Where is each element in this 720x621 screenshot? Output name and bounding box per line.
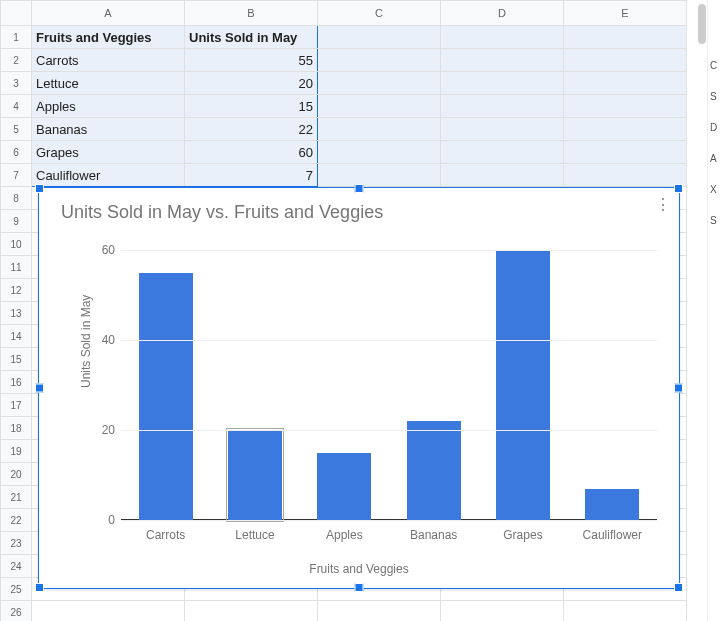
row-header[interactable]: 8 (1, 187, 32, 210)
chart-gridline (121, 340, 657, 341)
cell[interactable]: Cauliflower (32, 164, 185, 187)
row-header[interactable]: 21 (1, 486, 32, 509)
column-header-b[interactable]: B (185, 1, 318, 26)
row-header[interactable]: 17 (1, 394, 32, 417)
row-header[interactable]: 25 (1, 578, 32, 601)
cell[interactable] (441, 26, 564, 49)
resize-handle-nw[interactable] (35, 184, 44, 193)
chart-plot-area: CarrotsLettuceApplesBananasGrapesCaulifl… (121, 250, 657, 520)
cell[interactable] (318, 118, 441, 141)
row-header[interactable]: 11 (1, 256, 32, 279)
cell[interactable] (441, 49, 564, 72)
row-header[interactable]: 22 (1, 509, 32, 532)
resize-handle-sw[interactable] (35, 583, 44, 592)
cell[interactable] (564, 118, 687, 141)
row-header[interactable]: 12 (1, 279, 32, 302)
row-header[interactable]: 19 (1, 440, 32, 463)
cell[interactable] (441, 118, 564, 141)
cell[interactable]: Bananas (32, 118, 185, 141)
chart-bar[interactable] (585, 489, 639, 521)
cell[interactable] (441, 141, 564, 164)
cell[interactable]: 7 (185, 164, 318, 187)
cell[interactable] (318, 72, 441, 95)
cell[interactable] (441, 164, 564, 187)
row-header[interactable]: 26 (1, 601, 32, 622)
chart-bar[interactable] (407, 421, 461, 520)
row-header[interactable]: 16 (1, 371, 32, 394)
column-header-d[interactable]: D (441, 1, 564, 26)
resize-handle-e[interactable] (674, 384, 683, 393)
chart-bar[interactable] (317, 453, 371, 521)
resize-handle-n[interactable] (355, 184, 364, 193)
row-header[interactable]: 20 (1, 463, 32, 486)
cell[interactable] (564, 164, 687, 187)
column-header-a[interactable]: A (32, 1, 185, 26)
cell[interactable] (318, 601, 441, 622)
chart-category-label: Lettuce (215, 528, 295, 542)
cell[interactable]: 22 (185, 118, 318, 141)
row-header[interactable]: 9 (1, 210, 32, 233)
cell[interactable] (318, 164, 441, 187)
cell[interactable] (564, 72, 687, 95)
row-header[interactable]: 4 (1, 95, 32, 118)
cell[interactable]: Carrots (32, 49, 185, 72)
cell[interactable] (441, 95, 564, 118)
chart-category-label: Apples (304, 528, 384, 542)
chart-bar[interactable] (496, 250, 550, 520)
cell[interactable] (564, 95, 687, 118)
resize-handle-s[interactable] (355, 583, 364, 592)
chart-more-menu-icon[interactable]: ⋮ (653, 194, 673, 214)
chart-bar-slot: Lettuce (225, 430, 285, 520)
cell[interactable]: Apples (32, 95, 185, 118)
chart-bar[interactable] (139, 273, 193, 521)
row-header[interactable]: 1 (1, 26, 32, 49)
cell[interactable] (318, 26, 441, 49)
row-header[interactable]: 5 (1, 118, 32, 141)
cell[interactable]: 55 (185, 49, 318, 72)
chart-bar-slot: Grapes (493, 250, 553, 520)
vertical-scrollbar[interactable] (698, 4, 706, 44)
row-header[interactable]: 6 (1, 141, 32, 164)
chart-bar-slot: Carrots (136, 273, 196, 521)
row-header[interactable]: 13 (1, 302, 32, 325)
cell[interactable] (185, 601, 318, 622)
resize-handle-ne[interactable] (674, 184, 683, 193)
cell[interactable] (564, 26, 687, 49)
cell[interactable] (32, 601, 185, 622)
cell[interactable] (441, 601, 564, 622)
resize-handle-se[interactable] (674, 583, 683, 592)
row-header[interactable]: 10 (1, 233, 32, 256)
chart-bar[interactable] (228, 430, 282, 520)
cell[interactable]: 20 (185, 72, 318, 95)
row-header[interactable]: 2 (1, 49, 32, 72)
cell[interactable] (441, 72, 564, 95)
row-header[interactable]: 24 (1, 555, 32, 578)
row-header[interactable]: 18 (1, 417, 32, 440)
cell[interactable] (318, 49, 441, 72)
cell-header-a[interactable]: Fruits and Veggies (32, 26, 185, 49)
row-header[interactable]: 7 (1, 164, 32, 187)
right-sidebar-cropped: CSDAXS (707, 0, 720, 621)
cell[interactable] (564, 141, 687, 164)
corner-cell[interactable] (1, 1, 32, 26)
row-header[interactable]: 15 (1, 348, 32, 371)
chart-gridline (121, 520, 657, 521)
row-header[interactable]: 23 (1, 532, 32, 555)
chart-y-tick: 0 (85, 513, 115, 527)
resize-handle-w[interactable] (35, 384, 44, 393)
embedded-chart[interactable]: ⋮ Units Sold in May vs. Fruits and Veggi… (38, 187, 680, 589)
column-header-e[interactable]: E (564, 1, 687, 26)
cell[interactable]: Grapes (32, 141, 185, 164)
cell[interactable]: 15 (185, 95, 318, 118)
cell[interactable] (564, 601, 687, 622)
row-header[interactable]: 3 (1, 72, 32, 95)
row-header[interactable]: 14 (1, 325, 32, 348)
cell[interactable]: Lettuce (32, 72, 185, 95)
cell[interactable] (318, 95, 441, 118)
cell[interactable] (564, 49, 687, 72)
cell-header-b[interactable]: Units Sold in May (185, 26, 318, 49)
cell[interactable] (318, 141, 441, 164)
cell[interactable]: 60 (185, 141, 318, 164)
column-header-c[interactable]: C (318, 1, 441, 26)
sidebar-cropped-label: C (710, 60, 720, 71)
